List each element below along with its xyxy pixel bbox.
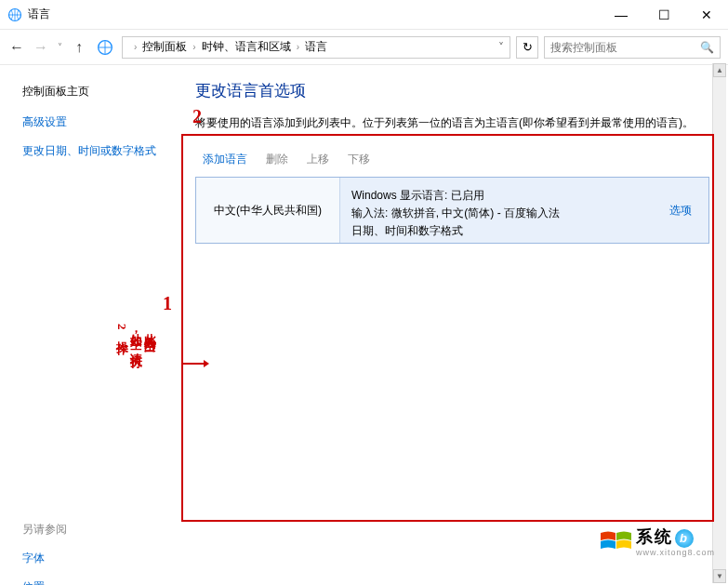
- vertical-scrollbar[interactable]: ▲ ▼: [712, 63, 726, 583]
- globe-icon: [97, 39, 113, 56]
- up-button[interactable]: ↑: [70, 38, 88, 57]
- watermark: 系统b www.xitong8.com: [599, 525, 715, 557]
- annotation-arrow-icon: [181, 358, 209, 369]
- sidebar-link-fonts[interactable]: 字体: [22, 551, 167, 566]
- globe-icon: [7, 7, 22, 22]
- sidebar-link-advanced[interactable]: 高级设置: [22, 114, 167, 130]
- language-options-link[interactable]: 选项: [653, 178, 708, 243]
- back-button[interactable]: ←: [7, 38, 26, 57]
- windows-flag-icon: [599, 529, 632, 553]
- sidebar: 控制面板主页 高级设置 更改日期、时间或数字格式 另请参阅 字体 位置: [0, 65, 186, 585]
- nav-bar: ← → ˅ ↑ › 控制面板 › 时钟、语言和区域 › 语言 ˅ ↻ 🔍: [0, 30, 728, 65]
- minimize-button[interactable]: —: [600, 0, 642, 30]
- search-input[interactable]: [550, 41, 700, 54]
- sidebar-link-datetime[interactable]: 更改日期、时间或数字格式: [22, 143, 167, 159]
- close-button[interactable]: ✕: [685, 0, 728, 30]
- date-format-line: 日期、时间和数字格式: [351, 222, 642, 240]
- scroll-up-icon[interactable]: ▲: [713, 63, 726, 77]
- display-language-line: Windows 显示语言: 已启用: [351, 187, 642, 205]
- add-language-button[interactable]: 添加语言: [203, 152, 247, 167]
- scroll-down-icon[interactable]: ▼: [713, 569, 726, 583]
- breadcrumb-item[interactable]: 时钟、语言和区域: [202, 39, 291, 55]
- history-dropdown-icon[interactable]: ˅: [58, 42, 62, 52]
- window-controls: — ☐ ✕: [600, 0, 728, 30]
- see-also-heading: 另请参阅: [22, 522, 167, 538]
- chevron-right-icon: ›: [192, 42, 195, 52]
- chevron-right-icon: ›: [297, 42, 299, 52]
- control-panel-home[interactable]: 控制面板主页: [22, 84, 167, 100]
- chevron-down-icon[interactable]: ˅: [498, 41, 504, 54]
- search-box[interactable]: 🔍: [544, 36, 721, 59]
- input-method-line: 输入法: 微软拼音, 中文(简体) - 百度输入法: [351, 205, 642, 222]
- chevron-right-icon: ›: [134, 42, 137, 52]
- maximize-button[interactable]: ☐: [642, 0, 685, 30]
- move-down-button[interactable]: 下移: [348, 152, 370, 167]
- breadcrumb[interactable]: › 控制面板 › 时钟、语言和区域 › 语言 ˅: [122, 36, 510, 59]
- window-title: 语言: [28, 7, 50, 22]
- watermark-url: www.xitong8.com: [636, 548, 715, 557]
- forward-button[interactable]: →: [32, 38, 50, 57]
- title-bar: 语言 — ☐ ✕: [0, 0, 728, 30]
- annotation-number-1: 1: [163, 293, 172, 314]
- page-heading: 更改语言首选项: [195, 80, 709, 101]
- main-content: 更改语言首选项 将要使用的语言添加到此列表中。位于列表第一位的语言为主语言(即你…: [186, 65, 728, 585]
- toolbar: 添加语言 删除 上移 下移: [195, 148, 709, 171]
- annotation-vertical-text: 2操作: [113, 324, 130, 336]
- svg-marker-3: [204, 360, 209, 367]
- refresh-button[interactable]: ↻: [516, 36, 538, 59]
- language-row[interactable]: 中文(中华人民共和国) Windows 显示语言: 已启用 输入法: 微软拼音,…: [195, 177, 709, 244]
- move-up-button[interactable]: 上移: [307, 152, 329, 167]
- watermark-title: 系统b: [636, 525, 715, 548]
- language-name: 中文(中华人民共和国): [196, 178, 340, 243]
- annotation-number-2: 2: [192, 106, 202, 127]
- remove-button[interactable]: 删除: [266, 152, 288, 167]
- page-description: 将要使用的语言添加到此列表中。位于列表第一位的语言为主语言(即你希望看到并最常使…: [195, 114, 709, 131]
- breadcrumb-item[interactable]: 语言: [305, 39, 327, 55]
- language-details: Windows 显示语言: 已启用 输入法: 微软拼音, 中文(简体) - 百度…: [340, 178, 653, 243]
- breadcrumb-item[interactable]: 控制面板: [142, 39, 187, 55]
- search-icon[interactable]: 🔍: [700, 41, 714, 54]
- sidebar-link-location[interactable]: 位置: [22, 579, 167, 585]
